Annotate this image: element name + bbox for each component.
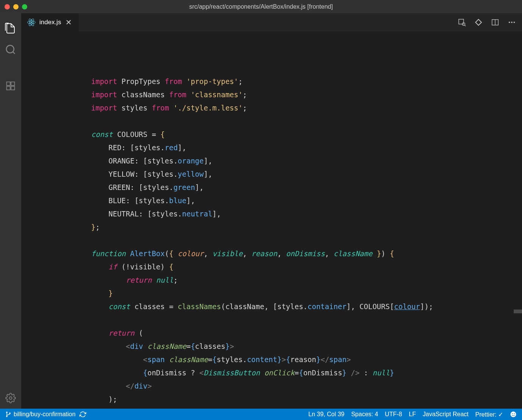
code-line[interactable]: [33, 313, 522, 327]
code-line[interactable]: <div className={classes}>: [33, 340, 522, 353]
window-title: src/app/react/components/AlertBox/index.…: [5, 3, 517, 10]
svg-rect-5: [11, 86, 14, 90]
code-line[interactable]: }: [33, 287, 522, 300]
explorer-icon[interactable]: [0, 18, 21, 39]
code-line[interactable]: import classNames from 'classnames';: [33, 88, 522, 101]
settings-icon[interactable]: [0, 387, 21, 409]
svg-rect-4: [7, 86, 10, 90]
svg-point-19: [6, 412, 8, 413]
tab-close-icon[interactable]: ✕: [65, 18, 73, 27]
code-line[interactable]: };: [33, 221, 522, 234]
code-line[interactable]: const classes = classNames(className, [s…: [33, 300, 522, 313]
svg-point-23: [512, 413, 513, 414]
svg-point-7: [31, 22, 32, 23]
svg-point-6: [9, 397, 12, 400]
sync-icon[interactable]: [79, 411, 86, 418]
tab-label: index.js: [39, 19, 61, 26]
code-line[interactable]: {onDismiss ? <DismissButton onClick={onD…: [33, 366, 522, 380]
titlebar: src/app/react/components/AlertBox/index.…: [0, 0, 522, 13]
svg-point-21: [9, 413, 11, 414]
svg-point-17: [511, 22, 513, 23]
code-line[interactable]: BLUE: [styles.blue],: [33, 194, 522, 207]
window-maximize-button[interactable]: [22, 4, 27, 9]
svg-point-18: [514, 22, 515, 23]
find-in-file-icon[interactable]: [458, 18, 466, 26]
language-mode[interactable]: JavaScript React: [423, 411, 469, 418]
svg-point-16: [509, 22, 510, 23]
git-branch[interactable]: billing/buy-confirmation: [5, 411, 76, 418]
svg-line-13: [465, 25, 466, 26]
code-line[interactable]: </div>: [33, 380, 522, 393]
svg-line-1: [13, 52, 15, 54]
window-close-button[interactable]: [5, 4, 10, 9]
code-line[interactable]: RED: [styles.red],: [33, 141, 522, 154]
code-line[interactable]: YELLOW: [styles.yellow],: [33, 168, 522, 181]
main-area: index.js ✕ import PropTypes from: [0, 13, 522, 409]
code-line[interactable]: if (!visible) {: [33, 260, 522, 274]
svg-point-24: [514, 413, 515, 414]
editor-area: index.js ✕ import PropTypes from: [21, 13, 522, 409]
minimap-slider[interactable]: [514, 310, 522, 313]
code-line[interactable]: }: [33, 406, 522, 409]
split-editor-icon[interactable]: [491, 18, 499, 26]
svg-point-22: [511, 412, 516, 417]
tab-bar: index.js ✕: [21, 13, 522, 31]
code-line[interactable]: return (: [33, 327, 522, 340]
indentation[interactable]: Spaces: 4: [351, 411, 378, 418]
activity-bar: [0, 13, 21, 409]
svg-rect-2: [7, 82, 10, 86]
react-icon: [27, 18, 36, 26]
code-line[interactable]: import PropTypes from 'prop-types';: [33, 75, 522, 88]
code-line[interactable]: NEUTRAL: [styles.neutral],: [33, 207, 522, 221]
code-line[interactable]: <span className={styles.content}>{reason…: [33, 353, 522, 366]
code-line[interactable]: import styles from './style.m.less';: [33, 101, 522, 115]
window-controls: [5, 4, 27, 9]
encoding[interactable]: UTF-8: [385, 411, 402, 418]
prettier-status[interactable]: Prettier: ✓: [475, 411, 503, 418]
code-line[interactable]: return null;: [33, 274, 522, 287]
branch-name: billing/buy-confirmation: [14, 411, 76, 418]
code-line[interactable]: [33, 115, 522, 128]
code-line[interactable]: function AlertBox({ colour, visible, rea…: [33, 247, 522, 260]
code-editor[interactable]: import PropTypes from 'prop-types';impor…: [21, 31, 522, 409]
window-minimize-button[interactable]: [13, 4, 19, 9]
svg-point-20: [6, 416, 8, 417]
svg-point-0: [6, 45, 14, 53]
code-line[interactable]: );: [33, 393, 522, 406]
cursor-position[interactable]: Ln 39, Col 39: [308, 411, 344, 418]
svg-rect-11: [459, 19, 464, 24]
feedback-icon[interactable]: [510, 411, 517, 418]
code-line[interactable]: const COLOURS = {: [33, 128, 522, 141]
status-bar: billing/buy-confirmation Ln 39, Col 39 S…: [0, 409, 522, 420]
search-icon[interactable]: [0, 39, 21, 60]
svg-rect-3: [11, 82, 14, 86]
code-line[interactable]: [33, 234, 522, 247]
eol[interactable]: LF: [409, 411, 416, 418]
extensions-icon[interactable]: [0, 75, 21, 96]
source-control-icon[interactable]: [474, 18, 483, 26]
more-actions-icon[interactable]: [508, 18, 516, 26]
code-line[interactable]: ORANGE: [styles.orange],: [33, 154, 522, 168]
code-line[interactable]: GREEN: [styles.green],: [33, 181, 522, 194]
tab-index-js[interactable]: index.js ✕: [21, 13, 79, 31]
